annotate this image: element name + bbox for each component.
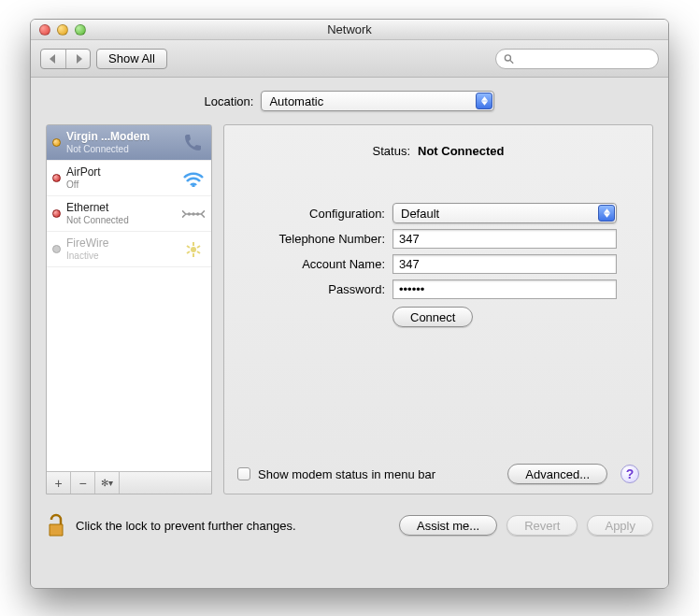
service-item-airport[interactable]: AirPort Off [47,161,211,196]
service-list[interactable]: Virgin ...Modem Not Connected AirPort Of… [47,125,211,471]
lock-icon[interactable] [46,513,66,537]
service-name: Ethernet [66,202,176,215]
forward-button[interactable] [65,50,90,68]
add-service-button[interactable]: + [47,472,71,494]
location-label: Location: [205,94,254,108]
svg-line-1 [510,60,513,63]
service-item-firewire[interactable]: FireWire Inactive [47,232,211,267]
service-action-menu[interactable]: ✻▾ [95,472,120,494]
svg-point-3 [188,212,191,215]
advanced-button[interactable]: Advanced... [507,464,607,484]
sidebar-actions: + − ✻▾ [47,471,211,494]
window-title: Network [31,22,668,36]
password-label: Password: [239,282,385,296]
status-row: Status: Not Connected [239,144,637,158]
service-item-ethernet[interactable]: Ethernet Not Connected [47,196,211,232]
phone-input[interactable] [392,229,617,249]
status-label: Status: [373,144,410,158]
status-dot-icon [52,209,61,218]
search-icon [504,53,514,64]
revert-button[interactable]: Revert [506,515,578,536]
service-status: Inactive [66,251,176,262]
status-value: Not Connected [418,144,504,158]
show-all-button[interactable]: Show All [96,49,167,69]
service-item-modem[interactable]: Virgin ...Modem Not Connected [47,125,211,161]
account-input[interactable] [392,254,617,274]
config-value: Default [401,207,439,221]
connect-button[interactable]: Connect [392,307,473,327]
back-button[interactable] [41,50,65,68]
firewire-icon [181,237,206,262]
svg-point-5 [196,212,199,215]
connect-row: Connect [239,307,637,327]
service-status: Not Connected [66,215,176,226]
lock-text: Click the lock to prevent further change… [76,519,296,533]
status-dot-icon [52,138,61,147]
service-name: Virgin ...Modem [66,131,176,144]
popup-arrows-icon [476,93,492,109]
config-row: Configuration: Default [239,203,637,223]
window: Network Show All Location: Automatic [30,19,669,589]
ethernet-icon [181,202,206,226]
popup-arrows-icon [598,205,615,222]
location-row: Location: Automatic [46,91,653,111]
footer-buttons: Assist me... Revert Apply [399,515,653,536]
detail-footer: Show modem status in menu bar Advanced..… [237,464,639,484]
nav-segment [40,49,91,69]
status-dot-icon [52,245,61,253]
search-field[interactable] [495,49,659,69]
remove-service-button[interactable]: − [71,472,95,494]
search-input[interactable] [518,52,650,65]
service-status: Not Connected [66,144,176,155]
svg-point-6 [191,247,196,252]
account-label: Account Name: [239,257,385,271]
help-button[interactable]: ? [621,465,639,483]
menu-bar-checkbox[interactable] [237,467,250,480]
service-name: FireWire [66,237,176,251]
config-popup[interactable]: Default [392,203,617,223]
window-footer: Click the lock to prevent further change… [31,504,668,547]
location-value: Automatic [269,94,323,108]
assist-button[interactable]: Assist me... [399,515,497,536]
wifi-icon [181,166,206,191]
menu-bar-checkbox-label: Show modem status in menu bar [258,467,435,481]
service-status: Off [66,179,176,191]
config-label: Configuration: [239,207,385,221]
svg-point-0 [505,54,510,60]
service-sidebar: Virgin ...Modem Not Connected AirPort Of… [46,124,212,494]
phone-label: Telephone Number: [239,232,385,246]
toolbar: Show All [31,40,668,78]
password-row: Password: [239,279,637,299]
phone-row: Telephone Number: [239,229,637,249]
status-dot-icon [52,174,61,182]
body: Location: Automatic Virgin ...Modem Not … [31,78,668,504]
apply-button[interactable]: Apply [587,515,653,536]
account-row: Account Name: [239,254,637,274]
titlebar[interactable]: Network [31,20,668,40]
phone-icon [181,131,206,155]
password-input[interactable] [392,279,617,299]
detail-panel: Status: Not Connected Configuration: Def… [223,124,653,494]
svg-point-4 [192,212,194,215]
service-name: AirPort [66,166,176,179]
location-popup[interactable]: Automatic [261,91,494,111]
columns: Virgin ...Modem Not Connected AirPort Of… [46,124,653,494]
